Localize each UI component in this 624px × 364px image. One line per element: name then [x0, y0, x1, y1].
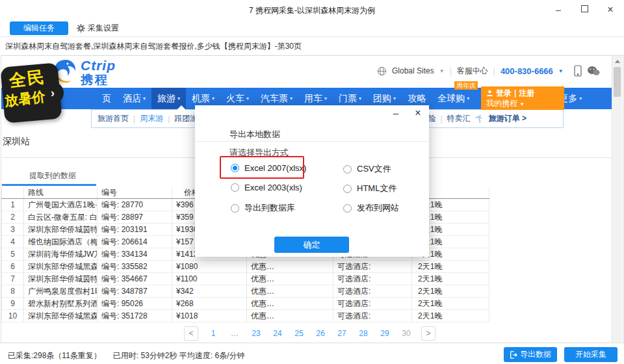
global-sites-link[interactable]: Global Sites: [392, 66, 434, 75]
subnav-travel-home[interactable]: 旅游首页: [98, 113, 129, 124]
status-bar: 已采集:298条（11条重复） 已用时: 53分钟2秒 平均速度: 6条/分钟 …: [0, 343, 624, 364]
nav-active-notch: [177, 105, 186, 110]
page-number[interactable]: 26: [314, 329, 327, 338]
radio-publish-website[interactable]: 发布到网站: [343, 202, 399, 214]
my-ctrip-link[interactable]: 我的携程: [486, 99, 517, 108]
table-row: 10深圳东部华侨城黑森林…编号: 351728¥1018优惠…可选酒店:2天1晚: [1, 310, 489, 322]
anniversary-badge: 周年庆: [454, 81, 478, 90]
wechat-icon[interactable]: [587, 66, 600, 76]
subnav-group-tour[interactable]: 跟团游: [174, 113, 198, 124]
table-row: 6深圳东部华侨城黑森林…编号: 335582¥1080优惠…可选酒店:2天1晚: [1, 261, 489, 273]
page-number[interactable]: 29: [378, 329, 391, 338]
station-title: 深圳站: [3, 136, 30, 148]
radio-csv[interactable]: CSV文件: [343, 163, 391, 175]
next-page-button[interactable]: >: [421, 326, 436, 341]
export-dialog: – × 导出本地数据 请选择导出方式 Excel 2007(xlsx) Exce…: [195, 105, 429, 257]
edit-task-button[interactable]: 编辑任务: [10, 21, 68, 35]
dialog-title: 导出本地数据: [229, 129, 280, 140]
dialog-minimize-icon[interactable]: –: [389, 107, 403, 120]
register-link[interactable]: 注册: [519, 88, 534, 98]
elapsed-speed: 已用时: 53分钟2秒 平均速度: 6条/分钟: [113, 350, 245, 361]
nav-item-global-shopping[interactable]: 全球购▾ 周年庆: [432, 88, 475, 109]
minimize-icon[interactable]: –: [549, 3, 568, 17]
phone-number[interactable]: 400-830-6666: [500, 66, 553, 76]
confirm-button[interactable]: 确定: [274, 237, 349, 253]
page-number[interactable]: 25: [292, 329, 306, 338]
table-row: 7深圳东部华侨城茵特拉…编号: 354667¥1100优惠…可选酒店:2天1晚: [1, 273, 489, 285]
chevron-down-icon: ▼: [439, 68, 445, 74]
page-number[interactable]: 1: [207, 329, 220, 338]
page-number[interactable]: 27: [335, 329, 348, 338]
scrollbar-thumb[interactable]: [614, 67, 621, 97]
dialog-divider: [195, 141, 429, 142]
page-number[interactable]: 28: [357, 329, 370, 338]
radio-icon: [343, 185, 352, 193]
logo-text-cn: 携程: [81, 73, 116, 86]
app-window: 7 携程网采集-以深圳森林周末游为例 – × 编辑任务 采集设置 深圳森林周末自…: [0, 0, 624, 364]
start-collect-button[interactable]: 开始采集: [564, 347, 618, 362]
maximize-icon[interactable]: [575, 3, 594, 17]
table-row: 8广州鸣泉居度假村1晚…编号: 348787¥342优惠…可选酒店:2天1晚: [1, 285, 489, 298]
window-title: 7 携程网采集-以深圳森林周末游为例: [0, 5, 624, 16]
radio-export-database[interactable]: 导出到数据库: [231, 202, 295, 214]
promo-banner[interactable]: › 全民 放暑价: [1, 62, 69, 129]
login-link[interactable]: 登录: [496, 88, 512, 98]
mobile-app-icon[interactable]: [574, 65, 582, 77]
globe-icon: [377, 66, 387, 76]
nav-item-hotel[interactable]: 酒店▾: [117, 88, 151, 109]
page-number[interactable]: 24: [271, 329, 284, 338]
chevron-down-icon: ▼: [558, 68, 564, 74]
export-data-button[interactable]: 导出数据: [504, 347, 557, 362]
scrollbar-up-arrow[interactable]: [615, 60, 620, 63]
page-number[interactable]: 23: [250, 329, 263, 338]
page-number-current: 30: [400, 329, 413, 338]
title-bar: 7 携程网采集-以深圳森林周末游为例 – ×: [0, 0, 624, 20]
collect-settings-button[interactable]: 采集设置: [77, 21, 119, 35]
collected-count: 已采集:298条（11条重复）: [8, 350, 101, 361]
subnav-weekend[interactable]: 周末游: [140, 113, 163, 124]
site-header-links: Global Sites ▼ | 客服中心 | 400-830-6666 ▼: [377, 65, 600, 77]
login-panel[interactable]: 登录 | 注册 我的携程 ▼: [481, 86, 564, 110]
palm-tree-icon: [475, 114, 484, 124]
toolbar: 编辑任务 采集设置: [0, 20, 624, 37]
radio-icon: [231, 183, 239, 192]
travel-orders-link[interactable]: 旅游订单 >: [489, 113, 526, 124]
subnav-sale[interactable]: 特卖汇: [447, 113, 471, 124]
export-icon: [510, 351, 517, 359]
tab-extracted-data[interactable]: 提取到的数据: [29, 170, 76, 181]
scrollbar-track[interactable]: [612, 56, 623, 342]
customer-service-link[interactable]: 客服中心: [457, 66, 488, 77]
radio-html[interactable]: HTML文件: [343, 183, 396, 194]
highlight-red-box: [220, 156, 304, 179]
nav-item-home[interactable]: 页: [96, 88, 117, 109]
captured-page-title: 深圳森林周末自驾游套餐,深圳森林周末自驾游套餐报价,多少钱【携程周末游】-第30…: [5, 41, 302, 52]
close-icon[interactable]: ×: [601, 3, 620, 17]
radio-excel-2003[interactable]: Excel 2003(xls): [231, 183, 302, 192]
table-row: 9碧水新村别墅系列酒店…编号: 95026¥268优惠…可选酒店:2天1晚: [1, 298, 489, 310]
radio-icon: [343, 165, 352, 174]
prev-page-button[interactable]: <: [184, 326, 198, 341]
logo-text-en: Ctrip: [81, 58, 116, 72]
tab-active-underline: [2, 184, 96, 186]
user-icon: [486, 90, 493, 97]
radio-icon: [343, 204, 352, 213]
page-ellipsis: …: [228, 329, 241, 338]
gear-icon: [77, 24, 85, 32]
pagination: < 1 … 23 24 25 26 27 28 29 30 >: [184, 326, 436, 341]
dialog-close-icon[interactable]: ×: [411, 107, 425, 120]
radio-icon: [231, 204, 239, 213]
